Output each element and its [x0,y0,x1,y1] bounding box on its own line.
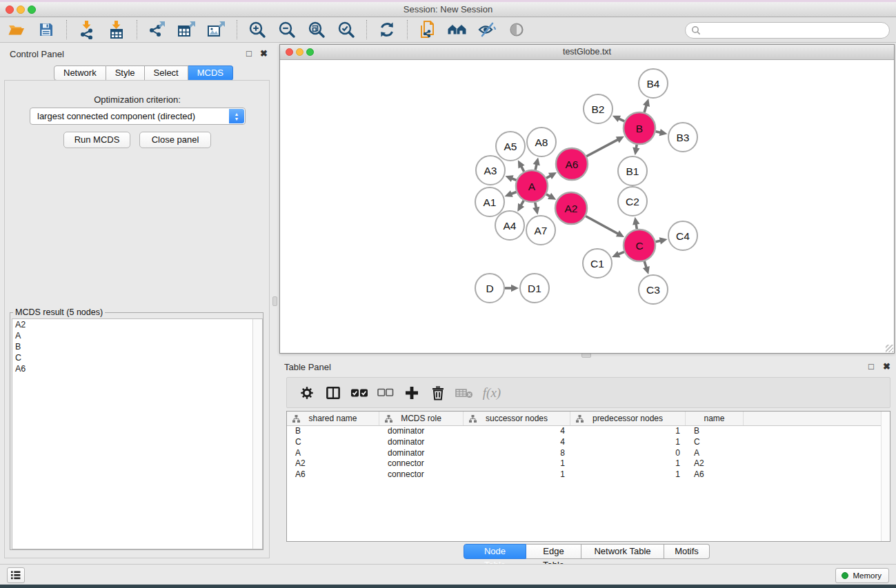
table-cell: connector [379,458,464,469]
tab-select[interactable]: Select [145,65,188,81]
column-header-successor-nodes[interactable]: successor nodes [464,412,570,425]
deselect-all-button[interactable] [374,382,397,404]
horizontal-splitter-grip[interactable] [581,353,591,358]
import-table-button[interactable] [104,19,129,40]
close-panel-icon[interactable]: ✖ [260,48,268,59]
zoom-in-button[interactable] [245,19,270,40]
export-network-button[interactable] [145,19,170,40]
minimize-window-button[interactable] [17,6,25,14]
refresh-button[interactable] [375,19,399,40]
toolbar-separator [407,20,408,39]
zoom-window-button[interactable] [28,6,36,14]
network-canvas[interactable]: B4B2BB3A8A5A6A3B1AC2A1A2A4A7C4CC1DD1C3 [280,60,894,353]
edge-arrowhead-icon [643,266,650,274]
export-image-button[interactable] [204,19,229,40]
window-resize-grip[interactable] [886,345,893,352]
tab-network-table[interactable]: Network Table [581,544,664,559]
delete-column-button[interactable] [426,382,450,404]
unchecked-boxes-icon [377,388,394,397]
zoom-fit-button[interactable] [304,19,329,40]
graph-node-label: D1 [528,283,541,294]
birds-eye-views-button[interactable] [445,19,470,40]
toolbar-search [685,22,890,39]
scrollbar-track[interactable] [881,412,890,541]
graph-edge-A6-B[interactable] [586,139,619,156]
run-mcds-button[interactable]: Run MCDS [63,132,130,148]
search-icon [691,26,701,35]
table-row[interactable]: Bdominator41B [287,426,890,437]
delete-table-button[interactable] [452,382,476,404]
table-panel-title: Table Panel [284,362,331,372]
close-panel-button[interactable]: Close panel [139,132,211,148]
optimization-select[interactable]: largest connected component (directed) ▲… [30,108,246,125]
duplicate-network-icon [419,20,437,39]
mcds-result-item[interactable]: A2 [12,319,262,330]
zoom-selected-button[interactable] [334,19,359,40]
table-row[interactable]: Adominator80A [287,448,890,459]
table-row[interactable]: A6connector11A6 [287,469,890,480]
mcds-result-item[interactable]: A [12,330,262,341]
network-window-titlebar[interactable]: testGlobe.txt [280,45,894,60]
table-cell: 1 [570,469,686,480]
graph-node-label: A3 [484,165,497,176]
tab-network[interactable]: Network [54,65,106,81]
hide-graphics-details-button[interactable] [475,19,499,40]
select-all-button[interactable] [348,382,371,404]
graph-edge-A2-C[interactable] [586,216,619,234]
tab-edge-table[interactable]: Edge Table [526,544,581,559]
tab-motifs[interactable]: Motifs [664,544,710,559]
graph-node-label: A6 [566,159,579,170]
table-cell: connector [379,469,464,480]
minimize-window-button[interactable] [296,48,303,56]
function-builder-button[interactable]: f(x) [479,382,502,404]
open-folder-icon [8,21,26,38]
zoom-out-button[interactable] [275,19,299,40]
vertical-splitter-grip[interactable] [272,296,277,306]
column-label: predecessor nodes [593,414,663,423]
column-header-shared-name[interactable]: shared name [287,412,379,425]
open-session-button[interactable] [4,19,29,40]
table-cell: 4 [464,426,570,437]
graph-node-label: C4 [676,230,690,242]
tab-style[interactable]: Style [106,65,145,81]
zoom-window-button[interactable] [306,48,314,56]
show-graphics-details-button[interactable] [504,19,529,40]
tab-node-table[interactable]: Node Table [464,544,526,559]
desktop-background-bottom [0,585,896,588]
delete-table-icon [455,387,473,398]
float-panel-icon[interactable]: □ [868,361,874,372]
table-header: shared name MCDS role successor nodes pr… [287,412,890,426]
show-columns-button[interactable] [321,382,345,404]
mcds-result-item[interactable]: C [12,352,262,363]
task-history-button[interactable] [7,567,25,583]
close-panel-icon[interactable]: ✖ [883,361,890,372]
float-panel-icon[interactable]: □ [246,48,252,59]
table-cell: C [686,437,744,448]
close-window-button[interactable] [286,48,293,56]
import-network-button[interactable] [74,19,99,40]
mcds-result-item[interactable]: B [12,341,262,352]
scrollbar-track[interactable] [252,319,262,549]
column-header-mcds-role[interactable]: MCDS role [379,412,464,425]
control-panel-tabs: Network Style Select MCDS [54,65,233,81]
search-input[interactable] [685,22,890,39]
mcds-result-list[interactable]: A2ABCA6 [12,318,263,549]
network-graph[interactable]: B4B2BB3A8A5A6A3B1AC2A1A2A4A7C4CC1DD1C3 [280,60,894,353]
duplicate-network-button[interactable] [415,19,440,40]
table-row[interactable]: A2connector11A2 [287,458,890,469]
close-window-button[interactable] [6,6,14,14]
column-label: shared name [308,414,357,423]
mcds-result-item[interactable]: A6 [12,363,262,374]
app-titlebar: Session: New Session [0,2,896,17]
export-table-button[interactable] [175,19,199,40]
memory-button[interactable]: Memory [835,568,889,583]
table-cell: 1 [570,458,686,469]
tab-mcds[interactable]: MCDS [188,65,233,81]
table-cell: A [287,448,379,459]
save-session-button[interactable] [34,19,59,40]
column-header-predecessor-nodes[interactable]: predecessor nodes [570,412,686,425]
table-row[interactable]: Cdominator41C [287,437,890,448]
column-header-name[interactable]: name [686,412,744,425]
add-column-button[interactable] [400,382,424,404]
table-settings-button[interactable] [295,382,319,404]
